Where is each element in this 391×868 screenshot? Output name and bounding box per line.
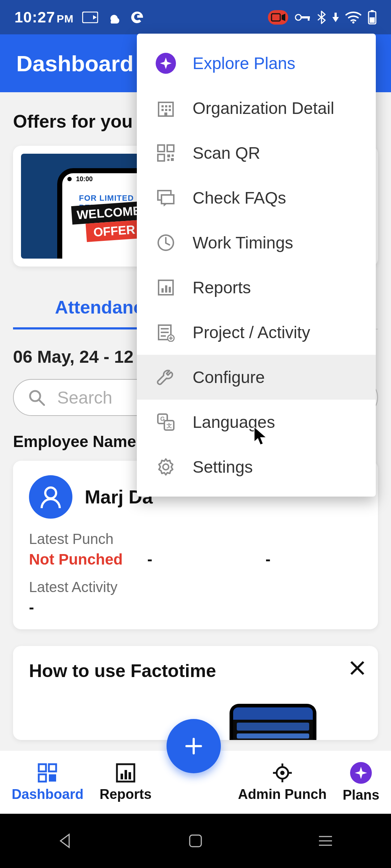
svg-rect-7 (308, 16, 310, 21)
bar-chart-icon (115, 763, 136, 783)
target-icon (272, 763, 293, 783)
svg-rect-63 (169, 287, 171, 293)
clock-icon (156, 233, 176, 253)
svg-point-31 (280, 771, 285, 775)
task-add-icon (156, 322, 176, 342)
latest-punch-label: Latest Punch (29, 531, 126, 547)
svg-marker-1 (93, 15, 97, 20)
svg-rect-61 (161, 288, 164, 293)
menu-item-check-faqs[interactable]: Check FAQs (137, 175, 376, 220)
svg-rect-13 (370, 17, 375, 23)
svg-rect-28 (125, 770, 127, 779)
svg-rect-55 (171, 158, 174, 161)
svg-rect-57 (161, 195, 174, 204)
nav-admin-punch[interactable]: Admin Punch (238, 763, 327, 802)
svg-point-10 (352, 21, 354, 24)
sparkle-badge-icon (156, 53, 176, 73)
menu-item-configure[interactable]: Configure (137, 355, 376, 400)
latest-punch-value: Not Punched (29, 551, 126, 568)
svg-rect-47 (169, 109, 171, 111)
screen-record-icon (268, 10, 288, 25)
status-time: 10:27PM (14, 9, 73, 26)
plus-icon (183, 735, 205, 757)
bluetooth-icon (317, 10, 326, 24)
android-status-bar: 10:27PM (0, 0, 391, 34)
menu-item-label: Check FAQs (193, 188, 286, 208)
nav-dashboard-label: Dashboard (12, 787, 83, 802)
howto-title: How to use Factotime (29, 660, 362, 681)
svg-rect-46 (165, 109, 167, 111)
menu-item-label: Organization Detail (193, 98, 334, 118)
menu-item-work-timings[interactable]: Work Timings (137, 220, 376, 265)
wifi-icon (345, 11, 361, 24)
svg-line-15 (39, 400, 44, 405)
svg-point-5 (295, 14, 301, 20)
svg-rect-62 (165, 285, 167, 293)
menu-item-project-activity[interactable]: Project / Activity (137, 310, 376, 355)
offer-offer-badge: OFFER (85, 220, 140, 242)
dashboard-icon (37, 763, 58, 783)
svg-rect-53 (172, 154, 174, 157)
building-icon (156, 98, 176, 118)
svg-point-17 (45, 488, 56, 498)
avatar (29, 475, 72, 519)
home-icon[interactable] (188, 834, 203, 848)
translate-icon: G文 (156, 412, 176, 432)
android-nav-bar (0, 814, 391, 868)
close-button[interactable] (349, 660, 366, 678)
google-g-icon (130, 10, 144, 25)
menu-item-reports[interactable]: Reports (137, 265, 376, 310)
svg-rect-42 (161, 105, 164, 107)
column-header-label: Employee Name (13, 433, 136, 451)
svg-rect-54 (167, 159, 169, 161)
svg-rect-22 (39, 764, 46, 771)
menu-item-explore-plans[interactable]: Explore Plans (137, 41, 376, 86)
menu-item-scan-qr[interactable]: Scan QR (137, 131, 376, 175)
menu-item-organization-detail[interactable]: Organization Detail (137, 86, 376, 131)
overflow-menu: Explore PlansOrganization DetailScan QRC… (137, 34, 376, 497)
menu-item-label: Configure (193, 367, 265, 387)
latest-activity-label: Latest Activity (29, 579, 362, 595)
gear-icon (156, 457, 176, 477)
signal-down-icon (332, 13, 339, 22)
menu-item-languages[interactable]: G文Languages (137, 400, 376, 444)
nav-admin-punch-label: Admin Punch (238, 787, 327, 802)
nav-plans[interactable]: Plans (342, 762, 379, 803)
fab-add-button[interactable] (167, 719, 221, 773)
menu-item-label: Reports (193, 278, 251, 297)
latest-activity-value: - (29, 599, 362, 616)
howto-phone-illustration (230, 704, 316, 740)
menu-item-label: Project / Activity (193, 323, 310, 342)
recents-icon[interactable] (318, 835, 333, 847)
bar-chart-icon (156, 277, 176, 298)
svg-rect-45 (161, 109, 164, 111)
svg-marker-36 (60, 834, 69, 847)
nav-reports-label: Reports (100, 787, 152, 802)
svg-marker-8 (332, 17, 339, 22)
nav-dashboard[interactable]: Dashboard (12, 763, 83, 802)
menu-item-label: Work Timings (193, 233, 293, 252)
svg-rect-43 (165, 105, 167, 107)
nav-reports[interactable]: Reports (100, 763, 152, 802)
svg-rect-12 (371, 10, 374, 12)
svg-rect-48 (164, 112, 167, 116)
svg-rect-24 (39, 774, 46, 782)
svg-rect-9 (335, 13, 337, 17)
battery-icon (368, 10, 377, 25)
svg-rect-25 (49, 774, 56, 782)
vpn-key-icon (295, 13, 311, 22)
menu-item-label: Settings (193, 457, 253, 477)
nav-plans-label: Plans (342, 787, 379, 803)
menu-item-label: Scan QR (193, 143, 260, 163)
menu-item-settings[interactable]: Settings (137, 444, 376, 489)
menu-item-label: Languages (193, 412, 275, 432)
svg-rect-49 (158, 145, 164, 152)
svg-rect-50 (167, 145, 174, 152)
offer-thumbnail: 10:00 FOR LIMITED PERIOD WELCOME OFFER (21, 154, 140, 259)
menu-item-label: Explore Plans (193, 54, 295, 73)
emp-col2-value: - (147, 551, 244, 568)
qr-icon (156, 143, 176, 163)
svg-point-75 (163, 464, 169, 470)
back-icon[interactable] (58, 833, 73, 849)
search-icon (28, 389, 45, 407)
